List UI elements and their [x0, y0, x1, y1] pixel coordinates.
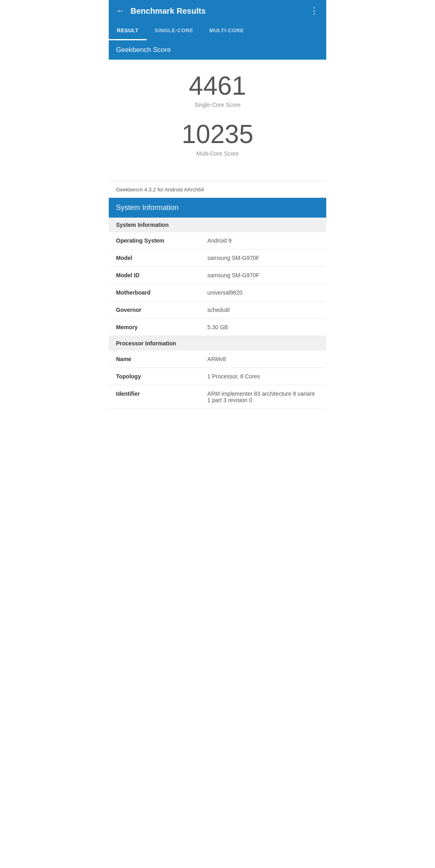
single-core-score-block: 4461 Single-Core Score — [117, 72, 318, 108]
row-label-cpu-name: Name — [116, 356, 207, 362]
page-title: Benchmark Results — [130, 6, 206, 16]
info-table: System Information Operating System Andr… — [109, 218, 326, 409]
row-label-motherboard: Motherboard — [116, 289, 207, 296]
table-row: Governor schedutil — [109, 301, 326, 319]
row-value-memory: 5.30 GB — [207, 324, 319, 330]
row-label-os: Operating System — [116, 237, 207, 244]
single-core-score-value: 4461 — [117, 72, 318, 100]
multi-core-score-value: 10235 — [117, 120, 318, 148]
table-row: Identifier ARM implementer 83 architectu… — [109, 385, 326, 409]
row-value-os: Android 9 — [207, 237, 319, 244]
group-header-system: System Information — [109, 218, 326, 232]
row-value-model: samsung SM-G970F — [207, 255, 319, 261]
row-label-model: Model — [116, 255, 207, 261]
table-row: Name ARMv8 — [109, 351, 326, 368]
tabs-bar: RESULT SINGLE-CORE MULTI-CORE — [109, 22, 326, 40]
single-core-score-label: Single-Core Score — [117, 102, 318, 108]
table-row: Topology 1 Processor, 8 Cores — [109, 368, 326, 385]
row-label-governor: Governor — [116, 307, 207, 313]
tab-result[interactable]: RESULT — [109, 22, 147, 40]
geekbench-score-header: Geekbench Score — [109, 40, 326, 60]
back-button[interactable]: ← — [116, 6, 125, 16]
row-value-cpu-name: ARMv8 — [207, 356, 319, 362]
more-options-icon[interactable]: ⋮ — [310, 6, 319, 16]
row-value-topology: 1 Processor, 8 Cores — [207, 373, 319, 380]
row-label-identifier: Identifier — [116, 390, 207, 397]
header-left: ← Benchmark Results — [116, 6, 206, 16]
group-header-processor-text: Processor Information — [116, 340, 176, 347]
system-info-section-header: System Information — [109, 198, 326, 218]
row-label-model-id: Model ID — [116, 272, 207, 278]
geekbench-score-label: Geekbench Score — [116, 46, 171, 54]
table-row: Model ID samsung SM-G970F — [109, 267, 326, 284]
row-label-memory: Memory — [116, 324, 207, 330]
row-value-governor: schedutil — [207, 307, 319, 313]
group-header-system-text: System Information — [116, 222, 169, 228]
row-value-model-id: samsung SM-G970F — [207, 272, 319, 278]
score-area: 4461 Single-Core Score 10235 Multi-Core … — [109, 60, 326, 181]
table-row: Model samsung SM-G970F — [109, 249, 326, 267]
table-row: Memory 5.30 GB — [109, 319, 326, 336]
row-value-identifier: ARM implementer 83 architecture 8 varian… — [207, 390, 319, 403]
tab-multi-core[interactable]: MULTI-CORE — [201, 22, 252, 40]
app-header: ← Benchmark Results ⋮ — [109, 0, 326, 22]
geekbench-version-info: Geekbench 4.3.2 for Android AArch64 — [109, 181, 326, 198]
row-label-topology: Topology — [116, 373, 207, 380]
row-value-motherboard: universal9820 — [207, 289, 319, 296]
system-info-header-text: System Information — [116, 204, 178, 212]
table-row: Motherboard universal9820 — [109, 284, 326, 301]
multi-core-score-label: Multi-Core Score — [117, 150, 318, 157]
geekbench-version-text: Geekbench 4.3.2 for Android AArch64 — [116, 187, 204, 193]
group-header-processor: Processor Information — [109, 336, 326, 351]
tab-single-core[interactable]: SINGLE-CORE — [147, 22, 201, 40]
multi-core-score-block: 10235 Multi-Core Score — [117, 120, 318, 156]
table-row: Operating System Android 9 — [109, 232, 326, 249]
